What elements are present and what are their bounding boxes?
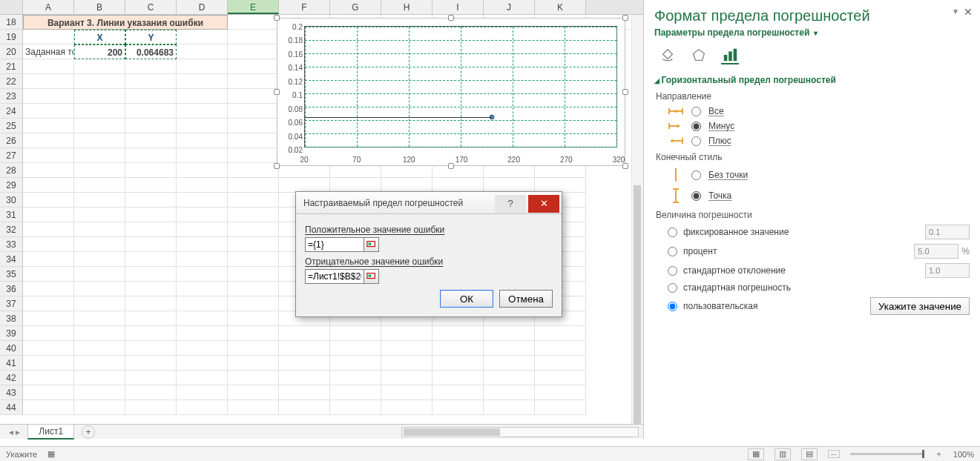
- cell[interactable]: [484, 385, 535, 400]
- cell[interactable]: [228, 119, 279, 133]
- row-21[interactable]: 21: [0, 59, 23, 74]
- cell[interactable]: [74, 163, 125, 178]
- cell[interactable]: [228, 89, 279, 104]
- positive-value-input[interactable]: [305, 237, 364, 252]
- cell[interactable]: [228, 208, 279, 222]
- cell[interactable]: [125, 341, 177, 356]
- cell[interactable]: [228, 296, 279, 311]
- cell[interactable]: [228, 282, 279, 296]
- chart-plot-area[interactable]: [304, 26, 617, 147]
- col-C[interactable]: C: [125, 0, 177, 14]
- cell[interactable]: [535, 385, 586, 400]
- col-F[interactable]: F: [279, 0, 330, 14]
- cell[interactable]: [279, 356, 330, 371]
- zoom-slider[interactable]: [850, 453, 924, 455]
- col-B[interactable]: B: [74, 0, 125, 14]
- cell[interactable]: [535, 178, 586, 193]
- cell[interactable]: [535, 326, 586, 341]
- row-36[interactable]: 36: [0, 282, 23, 296]
- cell[interactable]: [433, 400, 484, 415]
- cell[interactable]: [74, 400, 125, 415]
- amount-percent-radio[interactable]: [668, 247, 677, 256]
- cell[interactable]: [228, 44, 279, 59]
- cell[interactable]: [125, 74, 177, 89]
- amount-custom-radio[interactable]: [668, 302, 677, 311]
- cell[interactable]: [125, 148, 177, 163]
- resize-handle[interactable]: [622, 89, 628, 95]
- cell[interactable]: X: [74, 30, 125, 44]
- cell[interactable]: [228, 133, 279, 148]
- cell[interactable]: [330, 356, 381, 371]
- direction-both-radio[interactable]: [691, 107, 701, 116]
- cell[interactable]: [23, 237, 74, 252]
- cell[interactable]: [484, 178, 535, 193]
- cancel-button[interactable]: Отмена: [499, 290, 553, 308]
- resize-handle[interactable]: [622, 15, 628, 21]
- effects-tab-icon[interactable]: [690, 47, 708, 64]
- cell[interactable]: [74, 119, 125, 133]
- cell[interactable]: [228, 237, 279, 252]
- cell[interactable]: [23, 208, 74, 222]
- row-41[interactable]: 41: [0, 356, 23, 371]
- cell[interactable]: [74, 311, 125, 326]
- cell[interactable]: [279, 326, 330, 341]
- end-cap-radio[interactable]: [691, 191, 701, 201]
- resize-handle[interactable]: [448, 163, 454, 169]
- cell[interactable]: [381, 326, 433, 341]
- cell[interactable]: [23, 148, 74, 163]
- help-button[interactable]: ?: [495, 195, 526, 213]
- normal-view-button[interactable]: ▦: [748, 448, 764, 460]
- col-K[interactable]: K: [535, 0, 586, 14]
- specify-value-button[interactable]: Укажите значение: [870, 297, 970, 315]
- negative-value-input[interactable]: [305, 269, 364, 284]
- cell[interactable]: [228, 104, 279, 119]
- amount-stderr-radio[interactable]: [668, 283, 677, 293]
- row-38[interactable]: 38: [0, 311, 23, 326]
- row-44[interactable]: 44: [0, 400, 23, 415]
- cell[interactable]: [23, 163, 74, 178]
- row-40[interactable]: 40: [0, 341, 23, 356]
- cell[interactable]: [381, 385, 433, 400]
- cell[interactable]: [330, 341, 381, 356]
- cell[interactable]: [125, 326, 177, 341]
- vertical-scrollbar[interactable]: [631, 15, 643, 424]
- cell[interactable]: [177, 178, 228, 193]
- cell[interactable]: [125, 237, 177, 252]
- cell[interactable]: [23, 89, 74, 104]
- row-43[interactable]: 43: [0, 385, 23, 400]
- cell[interactable]: [228, 15, 279, 30]
- row-29[interactable]: 29: [0, 178, 23, 193]
- cell[interactable]: [125, 296, 177, 311]
- cell[interactable]: [228, 148, 279, 163]
- cell[interactable]: [381, 341, 433, 356]
- cell[interactable]: [74, 282, 125, 296]
- cell[interactable]: [381, 178, 433, 193]
- row-37[interactable]: 37: [0, 296, 23, 311]
- cell[interactable]: [381, 371, 433, 385]
- cell[interactable]: [74, 148, 125, 163]
- cell[interactable]: [177, 237, 228, 252]
- cell[interactable]: [177, 371, 228, 385]
- cell[interactable]: [177, 282, 228, 296]
- cell[interactable]: [125, 311, 177, 326]
- cell[interactable]: [177, 104, 228, 119]
- cell[interactable]: [535, 341, 586, 356]
- row-19[interactable]: 19: [0, 30, 23, 44]
- cell[interactable]: [23, 104, 74, 119]
- cell[interactable]: [23, 326, 74, 341]
- cell[interactable]: [484, 326, 535, 341]
- resize-handle[interactable]: [274, 163, 280, 169]
- amount-stddev-radio[interactable]: [668, 266, 677, 276]
- cell[interactable]: [125, 267, 177, 282]
- cell[interactable]: [177, 30, 228, 44]
- cell[interactable]: [279, 371, 330, 385]
- cell[interactable]: [125, 193, 177, 208]
- cell[interactable]: [228, 311, 279, 326]
- cell[interactable]: [74, 222, 125, 237]
- cell[interactable]: [228, 178, 279, 193]
- cell[interactable]: [228, 326, 279, 341]
- cell[interactable]: [535, 356, 586, 371]
- cell[interactable]: [74, 385, 125, 400]
- macro-record-icon[interactable]: ▦: [47, 449, 55, 459]
- cell[interactable]: [177, 311, 228, 326]
